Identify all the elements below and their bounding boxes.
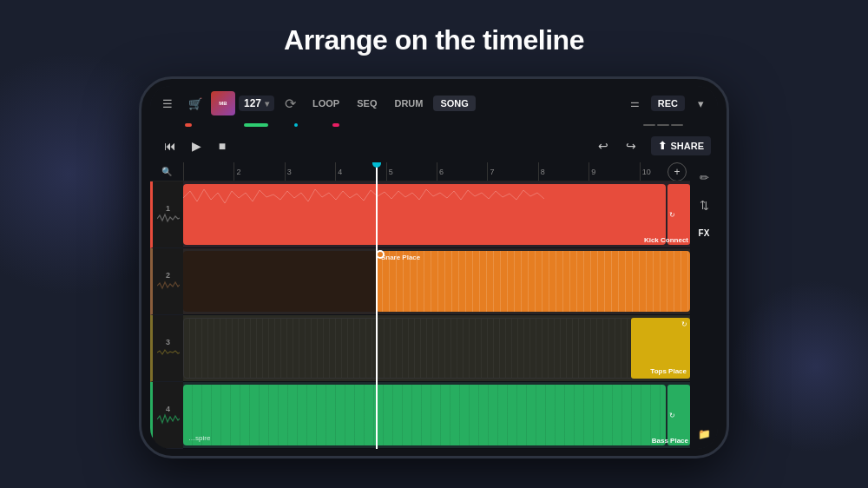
- play-button[interactable]: ▶: [183, 133, 209, 159]
- search-icon[interactable]: 🔍: [161, 167, 172, 176]
- indicator-lines: [643, 124, 683, 126]
- zoom-button[interactable]: +: [667, 162, 687, 181]
- mixer-button[interactable]: ⇅: [693, 194, 715, 216]
- track-row-1[interactable]: ↻ Kick Connect: [183, 181, 690, 248]
- album-art[interactable]: MB: [211, 91, 235, 115]
- ruler-mark-5: 5: [386, 162, 437, 181]
- indicator-pink: [332, 123, 339, 127]
- mode-drum[interactable]: DRUM: [387, 96, 430, 111]
- mixer-eq-button[interactable]: ⚌: [623, 91, 648, 115]
- mode-song[interactable]: SONG: [433, 96, 475, 111]
- bpm-value: 127: [244, 97, 261, 109]
- sequencer-main: 2 3 4 5 6 7 8 9 10 +: [183, 162, 690, 449]
- track-waveform-3: [157, 346, 180, 359]
- undo-button[interactable]: ↩: [590, 133, 616, 159]
- track-labels-column: 🔍 1 2: [150, 162, 183, 449]
- track-num-4: 4: [166, 405, 170, 413]
- ruler-mark-2: 2: [233, 162, 284, 181]
- clip-kick-label-text: Kick Connect: [644, 236, 690, 244]
- tops-label: Tops Place: [650, 367, 687, 375]
- transport-bar: ⏮ ▶ ■ ↩ ↪ ⬆ SHARE: [150, 129, 718, 162]
- ruler-marks: 2 3 4 5 6 7 8 9 10: [183, 162, 690, 181]
- track-label-4[interactable]: 4: [150, 382, 183, 449]
- stop-button[interactable]: ■: [209, 133, 235, 159]
- track-label-3[interactable]: 3: [150, 315, 183, 382]
- track-num-2: 2: [166, 271, 170, 280]
- phone-frame: ☰ 🛒 MB 127 ▾ ⟳ LOOP SEQ DRUM SONG ⚌ REC …: [139, 76, 729, 458]
- track-num-1: 1: [166, 204, 170, 213]
- indicator-red: [185, 123, 192, 127]
- rec-button[interactable]: REC: [651, 96, 685, 111]
- top-bar: ☰ 🛒 MB 127 ▾ ⟳ LOOP SEQ DRUM SONG ⚌ REC …: [150, 86, 718, 121]
- edit-button[interactable]: ✏: [693, 166, 715, 188]
- track-waveform-1: [157, 213, 180, 225]
- track-label-1[interactable]: 1: [150, 181, 183, 248]
- indicator-row: [150, 121, 718, 129]
- track-waveform-2: [157, 280, 180, 292]
- fx-button[interactable]: FX: [693, 221, 715, 244]
- rec-label: REC: [658, 98, 678, 109]
- bpm-control[interactable]: 127 ▾: [239, 96, 274, 111]
- menu-button[interactable]: ☰: [155, 91, 180, 115]
- mode-seq[interactable]: SEQ: [350, 96, 384, 111]
- bg-decoration-right: [729, 280, 868, 453]
- track-row-2[interactable]: Snare Place: [183, 248, 690, 315]
- ruler-mark-1: [183, 162, 233, 181]
- share-button[interactable]: ⬆ SHARE: [651, 136, 711, 155]
- ruler-mark-6: 6: [437, 162, 487, 181]
- clip-tops[interactable]: ↻ Tops Place: [631, 318, 690, 379]
- right-panel: ✏ ⇅ FX 📁: [690, 162, 718, 449]
- rewind-button[interactable]: ⏮: [157, 133, 183, 159]
- tempo-sync-button[interactable]: ⟳: [278, 91, 302, 115]
- loop-icon: ↻: [667, 209, 677, 221]
- clip-kick-main[interactable]: [183, 184, 666, 245]
- app-screen: ☰ 🛒 MB 127 ▾ ⟳ LOOP SEQ DRUM SONG ⚌ REC …: [150, 86, 718, 449]
- tops-loop-icon: ↻: [681, 320, 687, 328]
- clip-snare[interactable]: Snare Place: [376, 251, 690, 312]
- track-row-4[interactable]: …spire ↻ Bass Place: [183, 382, 690, 449]
- share-icon: ⬆: [658, 140, 667, 152]
- undo-redo-group: ↩ ↪: [590, 133, 644, 159]
- indicator-green: [244, 123, 268, 127]
- ruler-mark-8: 8: [538, 162, 589, 181]
- snare-label: Snare Place: [381, 254, 420, 261]
- track-num-3: 3: [166, 338, 170, 346]
- bass-label-text: Bass Place: [652, 437, 690, 445]
- track-label-2[interactable]: 2: [150, 248, 183, 315]
- track-label-header: 🔍: [150, 162, 183, 181]
- cart-button[interactable]: 🛒: [183, 91, 207, 115]
- bpm-chevron-icon: ▾: [265, 99, 269, 109]
- ruler-mark-9: 9: [589, 162, 639, 181]
- track-waveform-4: [157, 413, 180, 425]
- overflow-button[interactable]: ▾: [688, 91, 713, 115]
- bass-aspire-text: …spire: [188, 434, 210, 442]
- folder-button[interactable]: 📁: [693, 423, 715, 445]
- track-row-3[interactable]: ↻ Tops Place: [183, 315, 690, 382]
- timeline-area: 🔍 1 2: [150, 162, 718, 449]
- bass-loop-icon: ↻: [667, 410, 677, 421]
- timeline-ruler: 2 3 4 5 6 7 8 9 10 +: [183, 162, 690, 181]
- ruler-mark-3: 3: [285, 162, 335, 181]
- indicator-cyan: [294, 123, 298, 127]
- ruler-mark-7: 7: [487, 162, 537, 181]
- playhead: [376, 162, 378, 449]
- headline: Arrange on the timeline: [0, 24, 868, 56]
- redo-button[interactable]: ↪: [618, 133, 644, 159]
- svg-rect-0: [183, 184, 666, 245]
- mode-loop[interactable]: LOOP: [306, 96, 346, 111]
- share-label: SHARE: [670, 141, 704, 151]
- clip-bass[interactable]: …spire: [183, 385, 666, 445]
